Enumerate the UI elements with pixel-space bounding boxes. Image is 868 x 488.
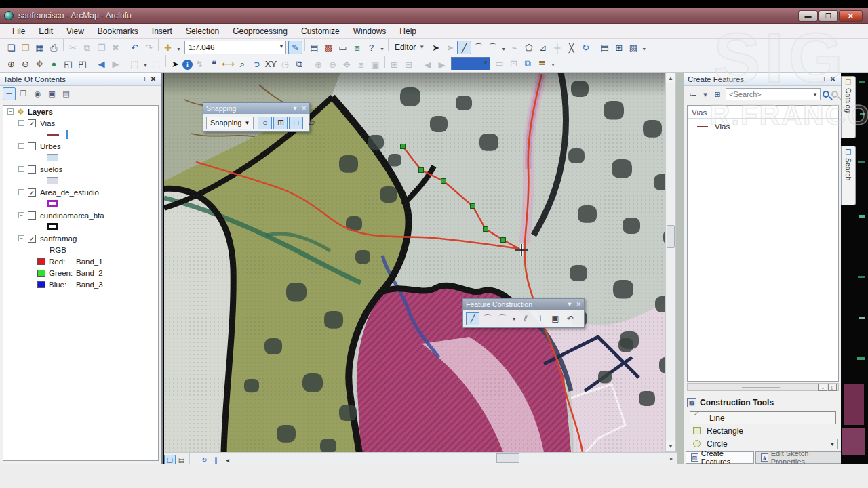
go-to-xy-icon[interactable]: XY <box>264 58 278 71</box>
copy-icon[interactable]: ⧉ <box>80 41 94 55</box>
chevron-down-icon[interactable]: ▼ <box>812 92 818 98</box>
layer-label-suelos[interactable]: suelos <box>40 165 62 174</box>
redo-icon[interactable]: ↷ <box>142 41 156 54</box>
delete-icon[interactable]: ✖ <box>108 41 123 54</box>
full-extent-globe-icon[interactable]: ● <box>47 58 61 71</box>
change-layout-icon[interactable]: ⧉ <box>521 57 535 70</box>
layout-zoom-page-icon[interactable]: ⧈ <box>354 58 368 72</box>
line-symbol-vias[interactable] <box>47 134 59 136</box>
arc-segment-icon[interactable]: ⌒ <box>496 312 509 325</box>
finish-sketch-icon[interactable]: ▣ <box>549 312 562 325</box>
table-icon[interactable]: ▤ <box>307 41 321 54</box>
focus-data-frame-icon[interactable]: ⊡ <box>507 56 521 70</box>
construction-tool-circle[interactable]: Circle <box>690 437 836 450</box>
scroll-down-icon[interactable]: ▼ <box>666 441 675 451</box>
layer-label-area-de-estudio[interactable]: Area_de_estudio <box>40 188 99 197</box>
panel-splitter[interactable]: ⌄ ▯ <box>687 383 839 391</box>
map-scale-combo[interactable]: 1:7.046 ▼ <box>184 41 286 54</box>
menu-item[interactable]: Insert <box>145 25 179 37</box>
find-icon[interactable]: ⌕ <box>235 58 250 71</box>
arctoolbox-icon[interactable]: ▩ <box>321 41 336 54</box>
expand-splitter-icon[interactable]: ▯ <box>828 384 837 391</box>
menu-item[interactable]: Geoprocessing <box>226 25 294 37</box>
attributes-icon[interactable]: ▤ <box>597 41 612 54</box>
tab-create-features[interactable]: ▨ Create Features <box>686 451 754 464</box>
map-horizontal-scrollbar[interactable] <box>233 453 666 464</box>
layer-label-vias[interactable]: Vias <box>40 119 55 127</box>
viewer-window-icon[interactable]: ⧉ <box>292 58 307 71</box>
split-tool-icon[interactable]: ┼ <box>550 41 564 54</box>
layer-checkbox-checked[interactable]: ✓ <box>28 188 36 197</box>
menu-item[interactable]: View <box>60 25 91 37</box>
layout-forward-icon[interactable]: ▶ <box>435 58 449 72</box>
parallel-icon[interactable]: ⫽ <box>519 312 532 325</box>
rotate-tool-icon[interactable]: ↻ <box>578 41 593 54</box>
toc-options-icon[interactable]: ▤ <box>60 87 73 100</box>
point-snap-icon[interactable]: ○ <box>258 117 272 129</box>
endpoint-arc-tool-icon[interactable]: ⌒ <box>471 41 486 55</box>
edit-annotation-arrow-icon[interactable]: ➤ <box>443 41 457 54</box>
pin-icon[interactable]: ⊣ <box>141 75 149 83</box>
vertex-snap-icon[interactable]: □ <box>289 117 303 129</box>
data-driven-pages-icon[interactable]: ≣ <box>535 56 549 70</box>
toolbar-overflow-icon[interactable]: ▾ <box>640 42 648 56</box>
layer-checkbox-unchecked[interactable] <box>28 142 36 150</box>
identify-icon[interactable]: i <box>182 60 193 70</box>
snapping-menu-button[interactable]: Snapping ▼ <box>206 117 254 129</box>
tab-catalog[interactable]: ❒ Catalog <box>841 76 856 138</box>
filter-dropdown-icon[interactable]: ▾ <box>699 88 711 100</box>
collapse-splitter-icon[interactable]: ⌄ <box>818 384 827 391</box>
horizontal-scroll-thumb[interactable] <box>496 453 519 463</box>
cut-icon[interactable]: ✂ <box>66 41 80 54</box>
layer-label-sanframag[interactable]: sanframag <box>40 235 77 243</box>
straight-segment-tool-icon[interactable]: ╱ <box>457 41 471 54</box>
hyperlink-icon[interactable]: ↯ <box>193 58 207 71</box>
end-snap-icon[interactable]: ⊞ <box>273 117 288 129</box>
close-icon[interactable]: ✕ <box>828 75 837 83</box>
pin-icon[interactable]: ⊣ <box>821 75 828 83</box>
list-by-visibility-icon[interactable]: ◉ <box>31 87 44 100</box>
open-folder-icon[interactable]: ❒ <box>18 41 33 54</box>
fixed-zoom-out-icon[interactable]: ◰ <box>75 58 90 71</box>
sketch-properties-icon[interactable]: ⊞ <box>612 41 626 54</box>
map-view[interactable]: ▲ ▼ ▢▤↻∥◂ ▸ Snapping ▼ ✕ Snapping ▼ <box>164 73 684 464</box>
layout-zoom-in-icon[interactable]: ⊕ <box>311 58 326 72</box>
layer-checkbox-checked[interactable]: ✓ <box>28 119 36 127</box>
add-data-dropdown-icon[interactable]: ▾ <box>175 42 182 56</box>
select-dropdown-icon[interactable]: ▾ <box>142 59 149 73</box>
model-builder-icon[interactable]: ⧈ <box>350 41 364 55</box>
trace-tool-icon[interactable]: ⌁ <box>507 41 521 54</box>
edge-snap-icon[interactable]: ▱ <box>304 117 319 129</box>
pan-icon[interactable]: ✥ <box>33 58 47 71</box>
chevron-down-icon[interactable]: ▼ <box>292 105 298 112</box>
tab-edit-sketch-properties[interactable]: ◮ Edit Sketch Properties <box>755 451 842 464</box>
menu-item[interactable]: Windows <box>347 25 393 37</box>
collapse-icon[interactable]: − <box>18 235 24 241</box>
outline-symbol-cundinamarca[interactable] <box>47 223 58 230</box>
arc-dropdown-icon[interactable]: ▾ <box>500 42 507 56</box>
collapse-icon[interactable]: − <box>18 166 24 172</box>
new-document-icon[interactable]: ❏ <box>4 41 18 54</box>
template-search-input[interactable]: <Search> ▼ <box>726 88 821 100</box>
print-icon[interactable]: ⎙ <box>47 41 61 55</box>
close-icon[interactable]: ✕ <box>576 301 581 308</box>
layout-fixed-zoom-in-icon[interactable]: ⊞ <box>387 58 401 72</box>
clear-search-icon[interactable] <box>831 91 838 98</box>
organize-templates-icon[interactable]: ⊞ <box>711 88 724 100</box>
layout-zoom-100-icon[interactable]: ▣ <box>368 58 382 72</box>
layer-checkbox-unchecked[interactable] <box>28 211 36 220</box>
minimize-button[interactable]: ▬ <box>798 10 818 22</box>
chevron-down-icon[interactable]: ▼ <box>483 60 488 66</box>
toolbar-overflow-icon[interactable]: ▾ <box>378 42 386 56</box>
collapse-icon[interactable]: − <box>18 120 24 126</box>
cut-polygons-icon[interactable]: ⬠ <box>521 41 536 54</box>
layout-fixed-zoom-out-icon[interactable]: ⊟ <box>401 58 416 72</box>
snapping-toolbar[interactable]: Snapping ▼ ✕ Snapping ▼ ○⊞□▱ <box>203 102 310 132</box>
layer-label-urbes[interactable]: Urbes <box>40 142 61 150</box>
construction-tool-line[interactable]: Line <box>690 411 836 424</box>
scroll-up-icon[interactable]: ▲ <box>666 73 675 83</box>
clear-selection-icon[interactable]: ⬚ <box>149 58 163 71</box>
time-slider-icon[interactable]: ◷ <box>278 58 292 71</box>
map-vertical-scrollbar[interactable]: ▲ ▼ <box>665 73 676 452</box>
paste-icon[interactable]: ❐ <box>94 41 108 54</box>
